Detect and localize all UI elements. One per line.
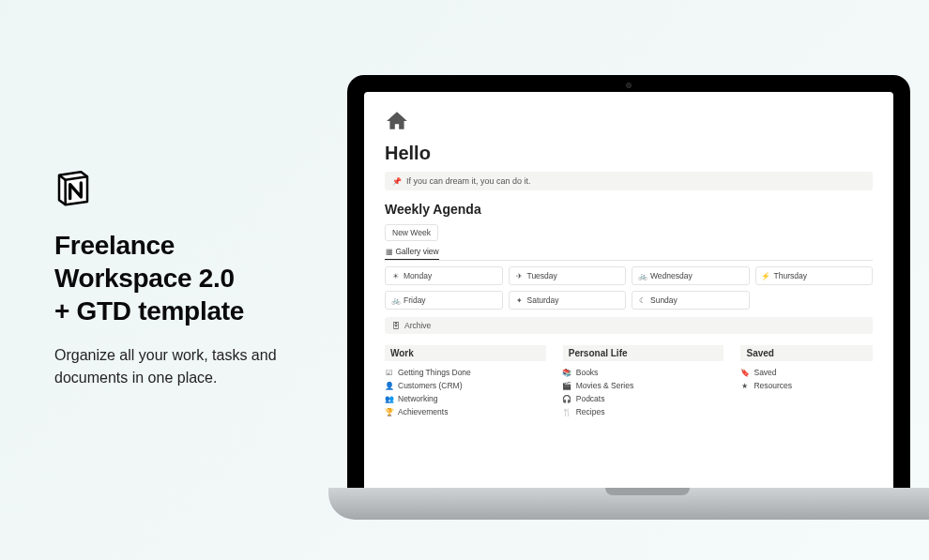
link-saved[interactable]: 🔖Saved	[740, 366, 873, 379]
column-work: Work ☑Getting Things Done 👤Customers (CR…	[385, 345, 546, 418]
column-work-heading: Work	[385, 345, 546, 361]
laptop-base	[328, 488, 929, 520]
column-saved-heading: Saved	[740, 345, 873, 361]
person-icon: 👤	[385, 382, 393, 390]
new-week-button[interactable]: New Week	[385, 224, 438, 241]
link-resources[interactable]: ★Resources	[740, 379, 873, 392]
bike-icon: 🚲	[391, 296, 400, 305]
day-card-sunday[interactable]: ☾Sunday	[632, 291, 750, 310]
weekly-agenda-heading: Weekly Agenda	[385, 202, 873, 217]
promo-panel: Freelance Workspace 2.0 + GTD template O…	[54, 169, 327, 389]
pin-icon: 📌	[392, 177, 401, 186]
link-networking[interactable]: 👥Networking	[385, 392, 546, 405]
plane-icon: ✈	[515, 272, 524, 280]
sun-icon: ☀	[391, 272, 400, 280]
day-card-tuesday[interactable]: ✈Tuesday	[509, 266, 627, 285]
headphones-icon: 🎧	[563, 395, 571, 403]
day-card-monday[interactable]: ☀Monday	[385, 266, 503, 285]
link-movies[interactable]: 🎬Movies & Series	[563, 379, 724, 392]
books-icon: 📚	[563, 369, 571, 377]
moon-icon: ☾	[638, 296, 647, 305]
quote-callout[interactable]: 📌 If you can dream it, you can do it.	[385, 172, 873, 190]
quote-text: If you can dream it, you can do it.	[406, 176, 531, 186]
archive-link[interactable]: 🗄 Archive	[385, 317, 873, 334]
day-card-saturday[interactable]: ✦Saturday	[509, 291, 627, 310]
people-icon: 👥	[385, 395, 393, 403]
tab-gallery-view[interactable]: ▦ Gallery view	[385, 247, 439, 260]
check-icon: ☑	[385, 369, 393, 377]
promo-subtitle: Organize all your work, tasks and docume…	[54, 344, 327, 389]
link-customers[interactable]: 👤Customers (CRM)	[385, 379, 546, 392]
star-icon: ★	[740, 382, 749, 390]
column-personal: Personal Life 📚Books 🎬Movies & Series 🎧P…	[563, 345, 724, 418]
laptop-mockup: Hello 📌 If you can dream it, you can do …	[328, 75, 929, 525]
day-card-thursday[interactable]: ⚡Thursday	[755, 266, 874, 285]
link-books[interactable]: 📚Books	[563, 366, 724, 379]
column-personal-heading: Personal Life	[563, 345, 724, 361]
sparkle-icon: ✦	[515, 296, 524, 305]
column-saved: Saved 🔖Saved ★Resources	[740, 345, 873, 418]
gallery-icon: ▦	[385, 248, 393, 256]
link-achievements[interactable]: 🏆Achievements	[385, 405, 546, 418]
view-tabs: ▦ Gallery view	[385, 247, 873, 261]
link-recipes[interactable]: 🍴Recipes	[563, 405, 724, 418]
day-card-friday[interactable]: 🚲Friday	[385, 291, 503, 310]
app-screen: Hello 📌 If you can dream it, you can do …	[364, 92, 893, 488]
notion-logo-icon	[54, 169, 92, 206]
archive-icon: 🗄	[391, 322, 400, 330]
link-podcasts[interactable]: 🎧Podcats	[563, 392, 724, 405]
page-title: Hello	[385, 143, 873, 164]
bookmark-icon: 🔖	[740, 369, 749, 377]
home-icon	[385, 109, 409, 133]
bolt-icon: ⚡	[762, 272, 770, 280]
fork-knife-icon: 🍴	[563, 408, 571, 416]
link-gtd[interactable]: ☑Getting Things Done	[385, 366, 546, 379]
promo-title: Freelance Workspace 2.0 + GTD template	[54, 229, 327, 327]
camera-dot	[626, 83, 632, 88]
bike-icon: 🚲	[638, 272, 647, 280]
day-card-wednesday[interactable]: 🚲Wednesday	[632, 266, 750, 285]
trophy-icon: 🏆	[385, 408, 393, 416]
clapper-icon: 🎬	[563, 382, 571, 390]
